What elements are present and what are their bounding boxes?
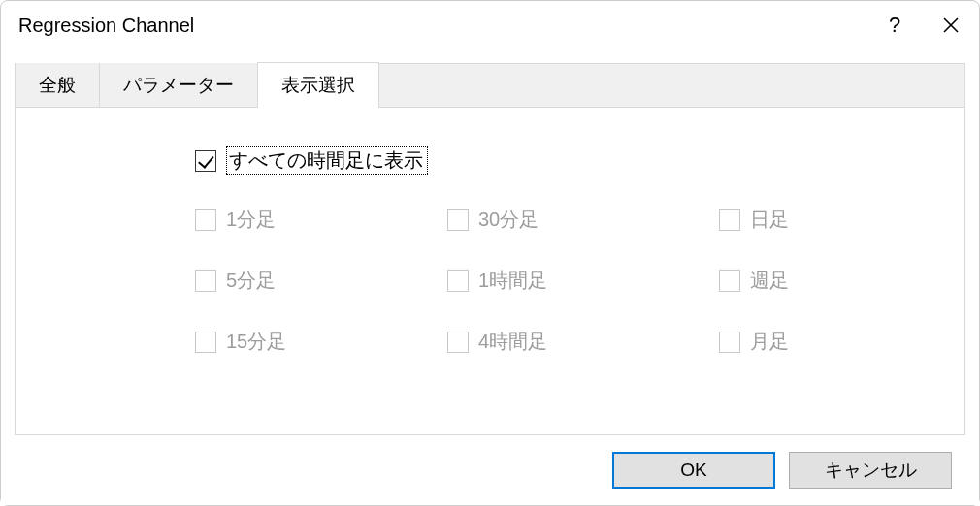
checkbox-icon <box>195 332 216 353</box>
tf-mn1-checkbox[interactable]: 月足 <box>719 329 913 355</box>
checkbox-icon <box>719 209 740 231</box>
tab-display[interactable]: 表示選択 <box>257 62 379 107</box>
tf-m1-label: 1分足 <box>226 206 276 233</box>
tf-w1-checkbox[interactable]: 週足 <box>719 268 913 294</box>
dialog-window: Regression Channel ? 全般 パラメーター 表示選択 <box>0 0 980 506</box>
title-bar: Regression Channel ? <box>1 1 979 49</box>
checkbox-icon <box>195 270 216 292</box>
checkbox-icon <box>719 270 740 292</box>
tf-m5-label: 5分足 <box>226 268 276 294</box>
show-all-timeframes-row: すべての時間足に表示 <box>195 146 964 175</box>
tab-strip: 全般 パラメーター 表示選択 <box>15 63 965 107</box>
tab-page-display: すべての時間足に表示 1分足 30分足 日足 5分足 <box>15 107 965 435</box>
tf-m15-checkbox[interactable]: 15分足 <box>195 329 447 355</box>
tf-m30-label: 30分足 <box>478 206 539 233</box>
tf-m1-checkbox[interactable]: 1分足 <box>195 206 447 233</box>
checkbox-icon <box>447 209 469 231</box>
checkbox-icon <box>719 332 740 353</box>
tf-m5-checkbox[interactable]: 5分足 <box>195 268 447 294</box>
show-all-timeframes-label: すべての時間足に表示 <box>226 146 428 175</box>
tf-h4-label: 4時間足 <box>478 329 547 355</box>
help-icon[interactable]: ? <box>866 1 923 49</box>
tf-d1-label: 日足 <box>750 206 789 233</box>
tf-h1-checkbox[interactable]: 1時間足 <box>447 268 719 294</box>
window-title: Regression Channel <box>18 15 866 37</box>
tf-m15-label: 15分足 <box>226 329 286 355</box>
tf-mn1-label: 月足 <box>750 329 789 355</box>
cancel-button[interactable]: キャンセル <box>789 452 952 489</box>
tab-params-label: パラメーター <box>123 73 234 98</box>
cancel-button-label: キャンセル <box>825 458 917 483</box>
tab-general-label: 全般 <box>39 73 76 98</box>
checkbox-icon <box>447 270 469 292</box>
tab-display-label: 表示選択 <box>281 73 355 98</box>
checkbox-icon <box>195 209 216 231</box>
tf-h1-label: 1時間足 <box>478 268 547 294</box>
tf-m30-checkbox[interactable]: 30分足 <box>447 206 719 233</box>
close-icon[interactable] <box>923 1 979 49</box>
ok-button[interactable]: OK <box>612 452 775 489</box>
checkbox-icon <box>195 150 216 172</box>
ok-button-label: OK <box>680 459 706 481</box>
tf-w1-label: 週足 <box>750 268 789 294</box>
show-all-timeframes-checkbox[interactable]: すべての時間足に表示 <box>195 146 428 175</box>
tab-general[interactable]: 全般 <box>16 63 100 107</box>
tf-d1-checkbox[interactable]: 日足 <box>719 206 913 233</box>
checkbox-icon <box>447 332 469 353</box>
client-area: 全般 パラメーター 表示選択 すべての時間足に表示 1分足 <box>1 49 979 505</box>
tab-params[interactable]: パラメーター <box>100 63 258 107</box>
tf-h4-checkbox[interactable]: 4時間足 <box>447 329 719 355</box>
button-bar: OK キャンセル <box>15 435 965 505</box>
timeframe-grid: 1分足 30分足 日足 5分足 1時間足 <box>195 206 964 355</box>
